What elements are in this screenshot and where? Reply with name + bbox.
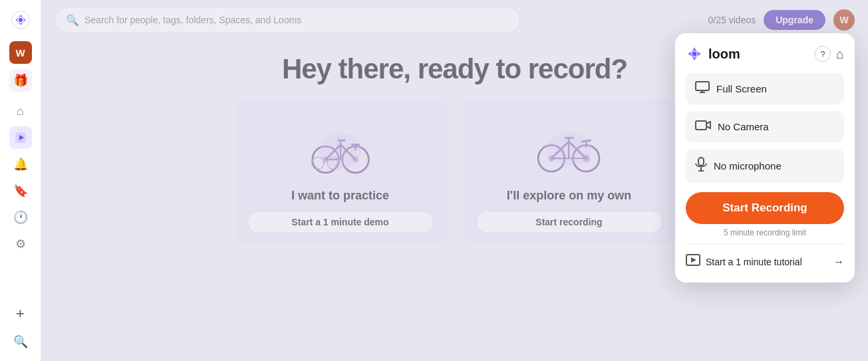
sidebar: W 🎁 ⌂ 🔔 🔖 🕐 ⚙ + 🔍 — [0, 0, 41, 361]
fullscreen-option[interactable]: Full Screen — [686, 73, 844, 104]
microphone-icon — [695, 157, 707, 175]
start-demo-button[interactable]: Start a 1 minute demo — [247, 211, 434, 233]
camera-icon — [695, 119, 711, 134]
start-recording-button[interactable]: Start Recording — [686, 192, 844, 224]
svg-rect-38 — [696, 121, 706, 130]
explore-illustration — [529, 114, 609, 181]
tutorial-arrow-icon: → — [833, 256, 844, 268]
gift-icon[interactable]: 🎁 — [9, 69, 32, 92]
monitor-icon — [695, 81, 710, 96]
no-camera-option[interactable]: No Camera — [686, 111, 844, 142]
popup-divider — [686, 244, 844, 245]
svg-point-18 — [319, 133, 361, 169]
user-avatar-header[interactable]: W — [833, 9, 855, 31]
sidebar-item-notifications[interactable]: 🔔 — [9, 153, 32, 176]
tutorial-link[interactable]: Start a 1 minute tutorial → — [686, 250, 844, 273]
practice-card: I want to practice Start a 1 minute demo — [234, 98, 447, 244]
no-microphone-label: No microphone — [714, 160, 782, 172]
search-icon: 🔍 — [66, 14, 79, 27]
recording-limit-text: 5 minute recording limit — [686, 228, 844, 237]
add-button[interactable]: + — [9, 302, 32, 325]
explore-card: I'll explore on my own Start recording — [463, 98, 676, 244]
upgrade-button[interactable]: Upgrade — [764, 10, 825, 30]
video-count: 0/25 videos — [708, 15, 756, 25]
user-avatar[interactable]: W — [9, 41, 32, 64]
start-recording-card-button[interactable]: Start recording — [476, 211, 662, 233]
help-icon[interactable]: ? — [815, 46, 831, 62]
sidebar-item-my-looms[interactable] — [9, 126, 32, 149]
search-icon[interactable]: 🔍 — [9, 330, 32, 353]
search-input[interactable] — [84, 15, 509, 25]
practice-illustration — [301, 114, 380, 181]
popup-header: loom ? ⌂ — [686, 45, 844, 62]
svg-marker-43 — [691, 257, 696, 263]
svg-rect-35 — [696, 82, 709, 90]
svg-point-34 — [692, 52, 697, 57]
fullscreen-label: Full Screen — [716, 83, 767, 94]
home-icon[interactable]: ⌂ — [836, 47, 844, 62]
practice-card-label: I want to practice — [291, 189, 389, 203]
explore-card-label: I'll explore on my own — [507, 189, 631, 203]
sidebar-item-settings[interactable]: ⚙ — [9, 233, 32, 255]
sidebar-item-history[interactable]: 🕐 — [9, 206, 32, 229]
sidebar-item-bookmarks[interactable]: 🔖 — [9, 180, 32, 202]
popup-header-icons: ? ⌂ — [815, 46, 844, 62]
svg-point-1 — [19, 18, 23, 22]
loom-popup: loom ? ⌂ Full Screen No Camera — [675, 33, 855, 283]
search-bar[interactable]: 🔍 — [55, 7, 520, 33]
svg-point-33 — [546, 132, 591, 166]
app-logo — [9, 8, 33, 32]
svg-rect-39 — [698, 158, 704, 166]
no-camera-label: No Camera — [718, 121, 769, 132]
tutorial-label: Start a 1 minute tutorial — [706, 257, 802, 267]
tutorial-icon — [686, 254, 700, 269]
popup-logo: loom — [686, 45, 740, 62]
header-right: 0/25 videos Upgrade W — [708, 9, 855, 31]
no-microphone-option[interactable]: No microphone — [686, 149, 844, 183]
sidebar-item-home[interactable]: ⌂ — [9, 100, 32, 122]
